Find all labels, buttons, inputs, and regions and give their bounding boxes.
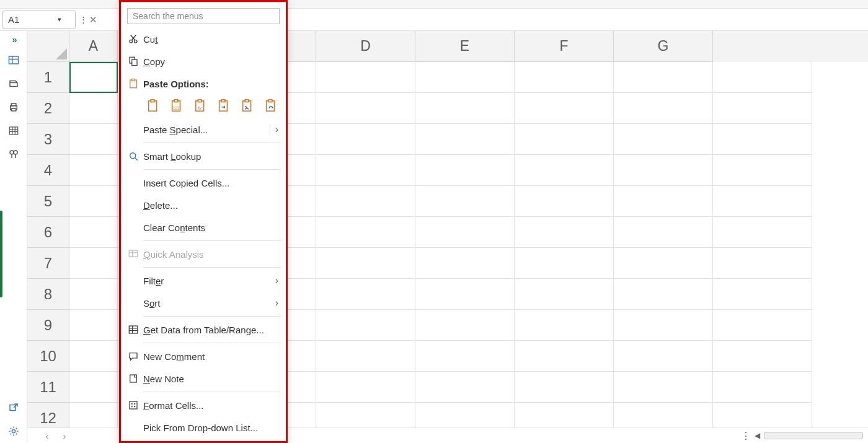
menu-format-cells[interactable]: Format Cells... [121,394,286,416]
row-header[interactable]: 2 [27,93,69,124]
cell[interactable] [515,124,614,155]
keep-source-icon[interactable] [0,72,27,95]
cell[interactable] [614,62,713,93]
cell[interactable] [69,186,118,217]
paste-values-icon[interactable]: 123 [169,99,184,113]
cell[interactable] [69,124,118,155]
menu-get-data-table[interactable]: Get Data from Table/Range... [121,318,286,341]
cell[interactable] [713,341,812,372]
sheet-nav-next[interactable]: › [56,428,73,444]
cell[interactable] [415,155,515,186]
paste-link-icon[interactable] [264,99,278,113]
cell[interactable] [515,341,614,372]
cell[interactable] [614,403,713,428]
cell[interactable] [515,279,614,310]
menu-new-comment[interactable]: New Comment [121,345,286,367]
cell[interactable] [713,217,812,248]
h-scrollbar[interactable] [764,432,863,439]
cell[interactable] [515,248,614,279]
cell[interactable] [713,310,812,341]
menu-pick-dropdown[interactable]: Pick From Drop-down List... [121,416,286,439]
paste-all-icon[interactable] [146,99,161,113]
row-header[interactable]: 11 [27,372,69,403]
cell[interactable] [316,341,415,372]
cell[interactable] [515,372,614,403]
column-header[interactable]: D [316,31,415,62]
grid-icon[interactable] [0,119,27,143]
cell[interactable] [316,403,415,428]
cell[interactable] [316,310,415,341]
cell[interactable] [316,279,415,310]
cell[interactable] [515,155,614,186]
cell[interactable] [415,217,515,248]
open-external-icon[interactable] [0,396,27,419]
cancel-formula-icon[interactable]: ✕ [88,11,98,29]
cell[interactable] [515,93,614,124]
menu-paste-special[interactable]: Paste Special... › [121,118,286,141]
menu-new-note[interactable]: New Note [121,367,286,390]
row-header[interactable]: 1 [27,62,69,93]
cell[interactable] [69,93,118,124]
cell[interactable] [415,403,515,428]
menu-cut[interactable]: Cut [121,28,286,50]
cell[interactable] [316,217,415,248]
cell[interactable] [713,155,812,186]
row-header[interactable]: 4 [27,155,69,186]
cell[interactable] [713,248,812,279]
cell[interactable] [415,372,515,403]
cell[interactable] [515,403,614,428]
cell[interactable] [415,248,515,279]
h-scroll-options-icon[interactable]: ⋮ [741,430,751,442]
cell[interactable] [69,217,118,248]
paste-transpose-icon[interactable] [216,99,231,113]
cell[interactable] [713,93,812,124]
menu-insert-copied-cells[interactable]: Insert Copied Cells... [121,172,286,194]
cell[interactable] [614,155,713,186]
menu-filter[interactable]: Filter › [121,270,286,292]
cell[interactable] [69,372,118,403]
cell[interactable] [69,341,118,372]
row-header[interactable]: 7 [27,248,69,279]
cell[interactable] [713,124,812,155]
cell[interactable] [713,186,812,217]
cell[interactable] [415,341,515,372]
cell[interactable] [614,93,713,124]
cell[interactable] [316,155,415,186]
menu-clear-contents[interactable]: Clear Contents [121,216,286,239]
cell[interactable] [69,310,118,341]
column-header[interactable]: G [614,31,713,62]
menu-define-name[interactable]: Define Name... [121,439,286,443]
cell[interactable] [316,186,415,217]
cell[interactable] [415,186,515,217]
menu-sort[interactable]: Sort › [121,292,286,314]
cell[interactable] [69,403,118,428]
menu-search-input[interactable] [127,8,280,24]
paste-formulas-icon[interactable]: fx [193,99,208,113]
formula-bar-options-icon[interactable]: ⋮ [78,11,88,29]
row-header[interactable]: 5 [27,186,69,217]
cell[interactable] [713,62,812,93]
cell[interactable] [614,217,713,248]
row-header[interactable]: 10 [27,341,69,372]
select-all-corner[interactable] [27,31,69,62]
h-scroll-left-icon[interactable]: ◀ [755,431,760,440]
cell[interactable] [515,217,614,248]
cell[interactable] [515,62,614,93]
cell[interactable] [316,124,415,155]
row-header[interactable]: 9 [27,310,69,341]
cell[interactable] [415,279,515,310]
column-header[interactable]: E [415,31,515,62]
cell[interactable] [614,124,713,155]
cell[interactable] [316,93,415,124]
settings-gear-icon[interactable] [0,419,27,443]
cell[interactable] [515,310,614,341]
cell[interactable] [713,403,812,428]
cell[interactable] [614,310,713,341]
cell[interactable] [415,62,515,93]
name-box[interactable]: A1 ▾ [2,11,76,29]
cell[interactable] [614,186,713,217]
column-header[interactable]: A [69,31,118,62]
cell[interactable] [415,310,515,341]
expand-ribbon-icon[interactable]: » [0,31,27,48]
menu-smart-lookup[interactable]: Smart Lookup [121,145,286,167]
